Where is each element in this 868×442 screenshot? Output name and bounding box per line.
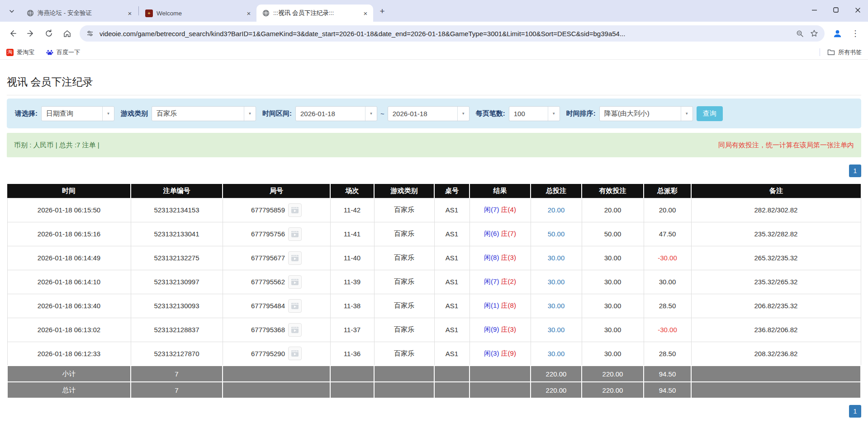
per-page-value: 100 [509,107,548,121]
filter-bar: 请选择: 日期查询 ▾ 游戏类别 百家乐 ▾ 时间区间: 2026-01-18 … [7,99,861,128]
game-kind-cell: 百家乐 [374,246,434,270]
page-1-button[interactable]: 1 [849,165,861,177]
window-controls [810,0,862,20]
payout-value: 47.50 [659,230,676,238]
table-no-cell: AS1 [434,246,470,270]
site-info-icon[interactable] [85,28,95,38]
valid-bet-cell: 20.00 [582,198,644,222]
bet-id-cell: 523132128837 [131,318,223,342]
remark-cell: 235.32/265.32 [691,270,861,294]
url-text[interactable]: videoie.com/game/betrecord_search/kind3?… [100,30,790,38]
bookmark-label: 爱淘宝 [17,48,34,56]
video-replay-button[interactable] [288,323,302,337]
remark-cell: 282.82/302.82 [691,198,861,222]
session-cell: 11-39 [330,270,374,294]
player-result: 闲(7) [484,206,499,213]
home-button[interactable] [59,25,75,42]
tab-bet-records-active[interactable]: :::视讯 会员下注纪录::: × [256,5,373,22]
back-button[interactable] [5,25,21,42]
table-row: 2026-01-18 06:13:02523132128837677795368… [7,318,861,342]
close-icon[interactable]: × [126,9,134,17]
game-kind-label: 游戏类别 [121,109,148,118]
video-replay-button[interactable] [288,347,302,360]
new-tab-button[interactable]: + [376,5,389,18]
video-replay-button[interactable] [288,203,302,217]
video-replay-button[interactable] [288,299,302,313]
total-bet-link[interactable]: 30.00 [548,326,565,334]
column-header: 总派彩 [644,184,691,198]
search-button[interactable]: 查询 [697,106,723,121]
payout-value: 30.00 [659,278,676,286]
round-number: 677795562 [251,278,285,286]
close-icon[interactable]: × [361,9,370,17]
valid-bet-cell: 50.00 [582,222,644,246]
date-end-select[interactable]: 2026-01-18 ▾ [388,106,470,121]
chevron-down-icon: ▾ [681,107,693,121]
video-replay-button[interactable] [288,227,302,241]
summary-notice-text: 同局有效投注，统一计算在该局第一张注单内 [718,141,854,150]
minimize-icon[interactable] [810,6,818,14]
profile-avatar[interactable] [829,25,845,42]
table-row: 2026-01-18 06:14:10523132130997677795562… [7,270,861,294]
page-1-button[interactable]: 1 [849,405,861,418]
video-replay-button[interactable] [288,275,302,289]
sort-select[interactable]: 降冪(由大到小) ▾ [599,106,693,121]
remark-cell: 206.82/235.32 [691,294,861,318]
globe-icon [262,9,270,17]
tab-search-button[interactable] [5,5,18,18]
zoom-icon[interactable] [795,28,805,38]
banker-result: 庄(4) [501,206,516,213]
round-cell: 677795677 [223,246,330,270]
payout-value: 28.50 [659,302,676,310]
total-bet-link[interactable]: 30.00 [548,350,565,357]
range-tilde: ~ [380,110,384,118]
chevron-down-icon: ▾ [457,107,469,121]
bookmark-baidu[interactable]: 百度一下 [46,48,80,56]
total-bet-cell: 20.00 [531,198,582,222]
column-header: 结果 [470,184,531,198]
total-bet-link[interactable]: 50.00 [548,230,565,238]
table-row: 2026-01-18 06:12:33523132127870677795290… [7,342,861,366]
round-cell: 677795290 [223,342,330,366]
game-kind-cell: 百家乐 [374,318,434,342]
total-bet-link[interactable]: 30.00 [548,278,565,286]
time-cell: 2026-01-18 06:15:16 [7,222,131,246]
forward-button[interactable] [23,25,39,42]
currency-total-text: 币别 : 人民币 | 总共 :7 注单 | [14,141,100,150]
column-header: 注单编号 [131,184,223,198]
time-cell: 2026-01-18 06:14:10 [7,270,131,294]
browser-menu-button[interactable]: ⋮ [847,25,863,42]
per-page-select[interactable]: 100 ▾ [509,106,560,121]
session-cell: 11-36 [330,342,374,366]
query-type-select[interactable]: 日期查询 ▾ [41,106,114,121]
bookmarks-bar: 淘 爱淘宝 百度一下 所有书签 [0,45,868,60]
table-body: 2026-01-18 06:15:50523132134153677795859… [7,198,861,398]
result-cell: 闲(7) 庄(2) [470,270,531,294]
total-bet-link[interactable]: 30.00 [548,302,565,310]
summary-cell: 220.00 [582,382,644,398]
banker-result: 庄(2) [501,277,516,285]
valid-bet-cell: 30.00 [582,270,644,294]
bet-id-cell: 523132134153 [131,198,223,222]
tab-haiyan-forum[interactable]: 海燕论坛 - 安全验证 × [21,5,138,22]
close-icon[interactable]: × [245,9,253,17]
game-kind-value: 百家乐 [152,107,244,121]
game-kind-select[interactable]: 百家乐 ▾ [152,106,256,121]
table-row: 2026-01-18 06:14:49523132132275677795677… [7,246,861,270]
result-cell: 闲(9) 庄(3) [470,318,531,342]
date-start-select[interactable]: 2026-01-18 ▾ [295,106,377,121]
maximize-icon[interactable] [832,6,840,14]
address-bar[interactable]: videoie.com/game/betrecord_search/kind3?… [80,25,825,42]
video-replay-button[interactable] [288,251,302,265]
total-bet-link[interactable]: 20.00 [548,206,565,214]
reload-button[interactable] [41,25,57,42]
player-result: 闲(6) [484,230,499,237]
bookmark-star-icon[interactable] [809,28,819,38]
date-end-value: 2026-01-18 [388,107,457,121]
close-window-icon[interactable] [854,6,862,14]
all-bookmarks-button[interactable]: 所有书签 [827,48,862,56]
payout-cell: -30.00 [644,246,691,270]
total-bet-link[interactable]: 30.00 [548,254,565,262]
bookmark-taobao[interactable]: 淘 爱淘宝 [6,48,34,56]
tab-welcome[interactable]: ✦ Welcome × [140,5,256,22]
